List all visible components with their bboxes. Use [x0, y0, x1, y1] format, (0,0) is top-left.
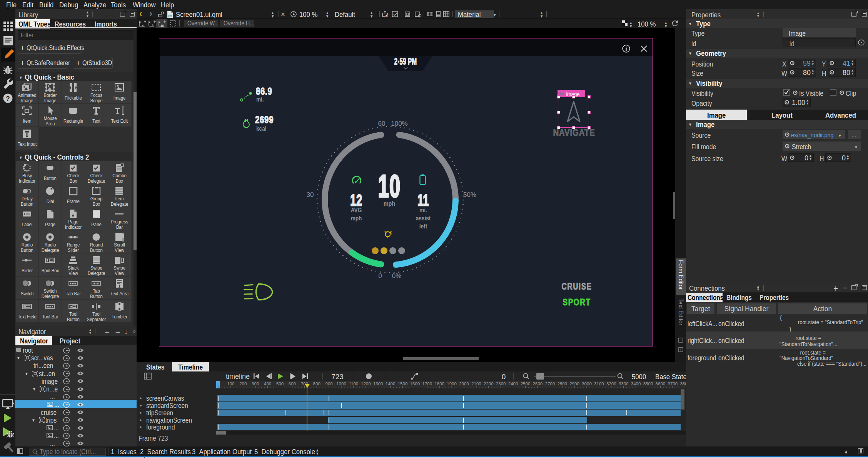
- svg-text:1300: 1300: [373, 381, 383, 386]
- svg-text:2400: 2400: [508, 381, 518, 386]
- svg-text:3100: 3100: [594, 381, 604, 386]
- svg-text:3700: 3700: [668, 381, 678, 386]
- svg-text:900: 900: [326, 381, 333, 386]
- svg-text:3400: 3400: [631, 381, 641, 386]
- svg-text:1100: 1100: [349, 381, 359, 386]
- svg-text:600: 600: [289, 381, 296, 386]
- svg-text:2900: 2900: [569, 381, 579, 386]
- svg-text:2700: 2700: [545, 381, 555, 386]
- svg-text:2200: 2200: [484, 381, 494, 386]
- svg-text:2300: 2300: [496, 381, 506, 386]
- svg-text:1200: 1200: [361, 381, 371, 386]
- svg-text:3600: 3600: [656, 381, 666, 386]
- svg-text:1500: 1500: [398, 381, 408, 386]
- svg-text:A: A: [152, 23, 154, 27]
- svg-text:3200: 3200: [606, 381, 616, 386]
- svg-text:3000: 3000: [582, 381, 592, 386]
- svg-text:0: 0: [217, 381, 220, 386]
- svg-text:2800: 2800: [557, 381, 567, 386]
- svg-text:200: 200: [239, 381, 247, 386]
- svg-text:qml: qml: [168, 14, 172, 17]
- svg-text:1600: 1600: [410, 381, 420, 386]
- svg-text:1900: 1900: [447, 381, 457, 386]
- svg-text:1000: 1000: [336, 381, 346, 386]
- svg-text:400: 400: [264, 381, 271, 386]
- svg-text:?: ?: [6, 95, 10, 102]
- svg-text:300: 300: [252, 381, 259, 386]
- svg-text:2600: 2600: [533, 381, 543, 386]
- svg-text:3300: 3300: [619, 381, 629, 386]
- svg-text:1400: 1400: [386, 381, 396, 386]
- svg-text:1700: 1700: [422, 381, 432, 386]
- svg-text:100: 100: [227, 381, 234, 386]
- svg-text:500: 500: [276, 381, 284, 386]
- svg-text:1800: 1800: [434, 381, 444, 386]
- svg-text:2100: 2100: [471, 381, 481, 386]
- svg-text:2000: 2000: [459, 381, 469, 386]
- svg-text:2500: 2500: [521, 381, 531, 386]
- svg-text:3500: 3500: [643, 381, 653, 386]
- svg-text:800: 800: [313, 381, 320, 386]
